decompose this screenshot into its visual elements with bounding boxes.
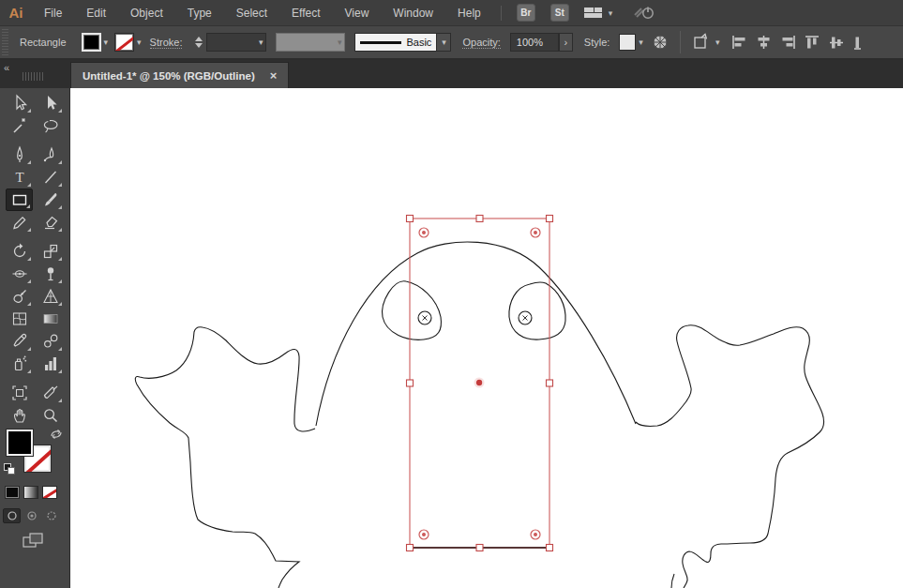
brush-preview[interactable]: Basic <box>354 33 437 52</box>
menu-effect[interactable]: Effect <box>279 0 332 26</box>
menu-window[interactable]: Window <box>381 0 445 26</box>
menu-select[interactable]: Select <box>224 0 279 26</box>
tool-gradient[interactable] <box>37 308 64 330</box>
app-logo: Ai <box>0 5 32 21</box>
draw-behind-button[interactable] <box>23 508 40 523</box>
direct-selection-arrow-icon <box>41 94 60 113</box>
brush-stroke-preview <box>360 41 401 44</box>
tool-eyedropper[interactable] <box>6 330 33 353</box>
tool-pencil[interactable] <box>6 211 33 234</box>
document-tab[interactable]: Untitled-1* @ 150% (RGB/Outline) × <box>70 62 289 88</box>
tool-hand[interactable] <box>6 404 33 427</box>
graphic-style-swatch[interactable] <box>619 34 636 51</box>
tool-free-transform[interactable] <box>37 263 64 285</box>
menu-type[interactable]: Type <box>175 0 224 26</box>
align-right-button[interactable] <box>780 35 796 50</box>
artboard-icon <box>10 384 29 402</box>
color-mode-button[interactable] <box>5 486 20 499</box>
chevron-down-icon[interactable]: ▾ <box>636 38 646 47</box>
opacity-label[interactable]: Opacity: <box>462 37 500 49</box>
gradient-icon <box>41 309 60 328</box>
chevron-down-icon[interactable]: ▾ <box>134 38 144 47</box>
align-left-button[interactable] <box>731 35 747 50</box>
tool-direct-selection[interactable] <box>37 92 64 114</box>
collapse-panel-button[interactable]: « <box>4 62 8 73</box>
tool-column-graph[interactable] <box>37 353 64 375</box>
tool-selection[interactable] <box>6 92 33 114</box>
panel-grip[interactable] <box>23 72 45 81</box>
tool-artboard[interactable] <box>6 382 33 404</box>
opacity-expand-button[interactable]: › <box>559 33 573 52</box>
artboard-canvas[interactable] <box>70 88 903 588</box>
lasso-icon <box>41 116 60 135</box>
transform-options-button[interactable]: ▾ <box>692 33 723 52</box>
drawing-mode-buttons <box>3 508 60 523</box>
align-center-horizontal-button[interactable] <box>756 35 772 50</box>
hand-icon <box>10 406 29 425</box>
tool-mesh[interactable] <box>6 308 33 330</box>
tool-curvature[interactable] <box>37 143 64 166</box>
menu-edit[interactable]: Edit <box>74 0 118 26</box>
tool-eraser[interactable] <box>37 211 64 234</box>
align-bottom-button[interactable] <box>853 35 861 51</box>
tool-slice[interactable] <box>37 382 64 404</box>
close-tab-button[interactable]: × <box>270 68 278 83</box>
chevron-down-icon: ▾ <box>439 38 449 47</box>
menu-object[interactable]: Object <box>118 0 175 26</box>
magic-wand-icon <box>10 116 29 135</box>
draw-normal-button[interactable] <box>3 508 21 523</box>
chevron-down-icon: ▾ <box>713 38 723 47</box>
tool-zoom[interactable] <box>37 404 64 427</box>
eraser-icon <box>41 213 60 232</box>
stroke-weight-dropdown[interactable]: ▾ <box>206 33 266 52</box>
tool-perspective-grid[interactable] <box>37 285 64 308</box>
document-setup-globe-icon[interactable] <box>652 34 669 51</box>
selection-bounding-box[interactable] <box>407 216 553 551</box>
tool-rectangle[interactable] <box>6 188 33 211</box>
stroke-weight-stepper[interactable] <box>191 35 206 50</box>
none-mode-button[interactable] <box>42 486 57 499</box>
fill-color-swatch[interactable] <box>82 33 101 52</box>
brush-definition-combo[interactable]: Basic ▾ <box>354 33 451 52</box>
width-tool-icon <box>10 264 29 283</box>
fill-well[interactable] <box>6 429 34 457</box>
tool-shape-builder[interactable] <box>6 285 33 308</box>
tool-lasso[interactable] <box>37 114 64 137</box>
stroke-weight-label[interactable]: Stroke: <box>150 37 183 49</box>
menu-bar: Ai File Edit Object Type Select Effect V… <box>0 0 903 26</box>
swap-fill-stroke-icon[interactable] <box>49 428 64 445</box>
default-fill-stroke-icon[interactable] <box>4 463 16 475</box>
sync-power-icon[interactable] <box>633 6 657 21</box>
align-top-button[interactable] <box>805 35 820 51</box>
tool-pen[interactable] <box>6 143 33 166</box>
workspace-switcher[interactable]: ▾ <box>584 8 613 18</box>
tool-blend[interactable] <box>37 330 64 353</box>
screen-mode-button[interactable] <box>23 533 45 553</box>
bridge-button[interactable]: Br <box>517 4 535 22</box>
menu-file[interactable]: File <box>32 0 74 26</box>
tool-magic-wand[interactable] <box>6 114 33 137</box>
stock-button[interactable]: St <box>550 4 569 22</box>
tool-paintbrush[interactable] <box>37 188 64 211</box>
shape-builder-icon <box>10 287 29 306</box>
tool-symbol-sprayer[interactable] <box>6 353 33 375</box>
controlbar-grip[interactable] <box>2 29 8 55</box>
gradient-mode-button[interactable] <box>23 486 38 499</box>
draw-inside-button[interactable] <box>42 508 60 523</box>
tools-panel: T <box>0 88 70 588</box>
opacity-input[interactable]: 100% <box>510 33 559 52</box>
tool-rotate[interactable] <box>6 240 33 263</box>
brush-dropdown-button[interactable]: ▾ <box>437 33 451 52</box>
align-middle-vertical-button[interactable] <box>829 35 845 51</box>
pencil-icon <box>10 213 29 232</box>
selection-center-dot <box>474 378 485 388</box>
tool-scale[interactable] <box>37 240 64 263</box>
stroke-color-swatch[interactable] <box>114 33 134 52</box>
tool-line-segment[interactable] <box>37 166 64 188</box>
menu-help[interactable]: Help <box>445 0 493 26</box>
menu-view[interactable]: View <box>333 0 382 26</box>
tool-width[interactable] <box>6 263 33 285</box>
chevron-down-icon[interactable]: ▾ <box>101 38 112 47</box>
tool-type[interactable]: T <box>6 166 33 188</box>
paint-mode-buttons <box>5 486 57 499</box>
